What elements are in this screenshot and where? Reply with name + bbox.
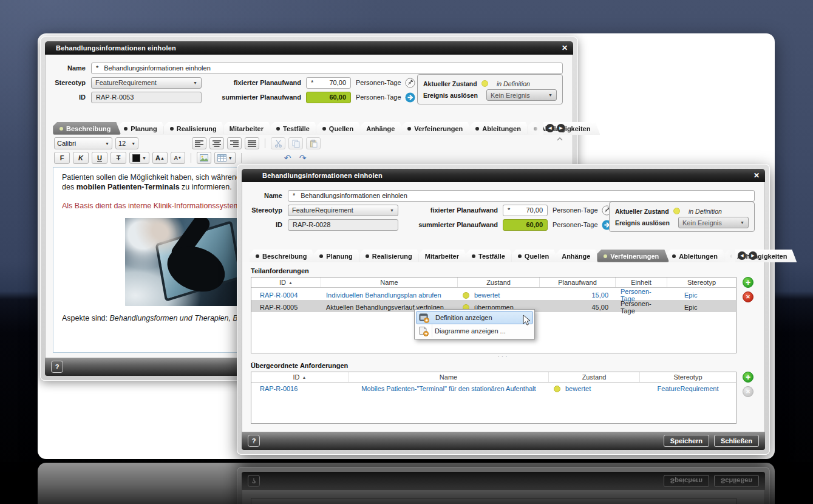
- tab-mitarbeiter[interactable]: Mitarbeiter: [419, 250, 469, 262]
- tab-verfeinerungen[interactable]: Verfeinerungen: [597, 250, 669, 262]
- tabs-scroll-left-icon[interactable]: ◀: [546, 124, 554, 132]
- speichern-button[interactable]: Speichern: [664, 435, 709, 447]
- col-header-stereotyp[interactable]: Stereotyp: [667, 278, 736, 287]
- tab-beschreibung[interactable]: Beschreibung: [250, 250, 316, 262]
- tab-verfeinerungen[interactable]: Verfeinerungen: [401, 122, 472, 135]
- tab-mitarbeiter[interactable]: Mitarbeiter: [223, 122, 273, 135]
- bold-button[interactable]: F: [54, 152, 70, 164]
- tab-anhaenge[interactable]: Anhänge: [556, 250, 600, 262]
- splitter-handle[interactable]: ···: [251, 353, 756, 361]
- decrease-font-button[interactable]: A▼: [171, 152, 185, 164]
- stereotyp-select[interactable]: FeatureRequirement ▼: [91, 77, 202, 89]
- navigate-arrow-icon[interactable]: [405, 92, 415, 103]
- add-teilanforderung-button[interactable]: +: [743, 277, 753, 288]
- col-header-name[interactable]: Name: [321, 278, 458, 287]
- content-dot: [518, 254, 522, 258]
- required-star: *: [96, 64, 98, 72]
- zustand-value: in Definition: [497, 80, 530, 87]
- tabs-scroll-right-icon[interactable]: ▶: [557, 124, 565, 132]
- content-dot: [407, 127, 411, 131]
- copy-icon[interactable]: [288, 137, 303, 149]
- underline-button[interactable]: U: [92, 152, 107, 164]
- align-right-icon[interactable]: [227, 137, 242, 149]
- name-input[interactable]: * Behandlungsinformationen einholen: [91, 63, 563, 74]
- table-header-row[interactable]: ID▲ Name Zustand Stereotyp: [251, 372, 736, 383]
- remove-teilanforderung-button[interactable]: ✕: [743, 291, 753, 302]
- stereotyp-label: Stereotyp: [243, 206, 282, 214]
- content-dot: [322, 127, 326, 131]
- content-dot: [366, 254, 369, 258]
- tab-planung[interactable]: Planung: [313, 250, 362, 262]
- close-icon[interactable]: ✕: [562, 44, 568, 52]
- tabs-scroll-left-icon[interactable]: ◀: [738, 251, 746, 260]
- id-label: ID: [243, 221, 282, 228]
- col-header-name[interactable]: Name: [349, 372, 549, 382]
- help-button[interactable]: ?: [248, 435, 260, 447]
- font-size-select[interactable]: 12▼: [115, 137, 138, 149]
- ereignis-select[interactable]: Kein Ereignis ▼: [678, 217, 749, 228]
- menu-item-definition-anzeigen[interactable]: Definition anzeigen: [416, 311, 533, 324]
- tab-realisierung[interactable]: Realisierung: [359, 250, 422, 262]
- tab-planung[interactable]: Planung: [118, 122, 166, 135]
- col-header-id[interactable]: ID▲: [251, 372, 349, 382]
- font-family-select[interactable]: Calibri▼: [54, 137, 112, 149]
- justify-icon[interactable]: [245, 137, 259, 149]
- tabs-scroll-right-icon[interactable]: ▶: [749, 251, 757, 260]
- content-dot: [124, 127, 128, 131]
- tab-beschreibung[interactable]: Beschreibung: [53, 122, 121, 135]
- uebergeordnete-table[interactable]: ID▲ Name Zustand Stereotyp RAP-R-0016 Mo…: [251, 372, 736, 424]
- status-dot-yellow: [554, 386, 560, 392]
- sort-asc-icon: ▲: [302, 375, 307, 380]
- stereotyp-select[interactable]: FeatureRequirement ▼: [288, 205, 398, 216]
- col-header-zustand[interactable]: Zustand: [458, 278, 540, 287]
- fixierter-input[interactable]: * 70,00: [306, 77, 351, 89]
- font-color-button[interactable]: ▼: [129, 152, 149, 164]
- undo-icon[interactable]: ↶: [284, 153, 296, 163]
- remove-uebergeordnete-button-disabled: ✕: [743, 386, 753, 397]
- tab-testfaelle[interactable]: Testfälle: [270, 122, 319, 135]
- titlebar[interactable]: Behandlungsinformationen einholen ✕: [242, 169, 765, 182]
- cut-icon[interactable]: [271, 137, 285, 149]
- italic-button[interactable]: K: [73, 152, 89, 164]
- table-header-row[interactable]: ID▲ Name Zustand Planaufwand Einheit Ste…: [251, 278, 736, 288]
- schliessen-button[interactable]: Schließen: [714, 435, 759, 447]
- tab-quellen[interactable]: Quellen: [512, 250, 559, 262]
- strikethrough-button[interactable]: T: [111, 152, 126, 164]
- insert-image-icon[interactable]: [197, 152, 211, 164]
- table-row[interactable]: RAP-R-0004 Individuellen Behandlungsplan…: [251, 288, 736, 300]
- titlebar[interactable]: Behandlungsinformationen einholen ✕: [45, 41, 573, 55]
- col-header-zustand[interactable]: Zustand: [549, 372, 640, 382]
- window-title: Behandlungsinformationen einholen: [56, 44, 562, 52]
- close-icon[interactable]: ✕: [753, 172, 760, 179]
- name-input[interactable]: * Behandlungsinformationen einholen: [288, 190, 755, 202]
- menu-item-diagramme-anzeigen[interactable]: Diagramme anzeigen ...: [416, 324, 533, 338]
- help-button[interactable]: ?: [51, 361, 63, 373]
- tab-quellen[interactable]: Quellen: [316, 122, 363, 135]
- col-header-einheit[interactable]: Einheit: [616, 278, 667, 287]
- add-uebergeordnete-button[interactable]: +: [743, 372, 753, 383]
- table-row[interactable]: RAP-R-0016 Mobiles Patienten-"Terminal" …: [251, 383, 736, 395]
- paste-icon[interactable]: [306, 137, 321, 149]
- tab-ableitungen[interactable]: Ableitungen: [469, 122, 531, 135]
- align-center-icon[interactable]: [209, 137, 224, 149]
- col-header-id[interactable]: ID▲: [251, 278, 321, 287]
- collapse-toolbar-icon[interactable]: [557, 137, 563, 141]
- redo-icon[interactable]: ↷: [299, 153, 311, 163]
- fixierter-input[interactable]: * 70,00: [503, 205, 548, 216]
- unit-label: Personen-Tage: [356, 94, 401, 101]
- ereignis-select[interactable]: Kein Ereignis ▼: [486, 89, 557, 101]
- id-label: ID: [47, 94, 86, 101]
- tab-testfaelle[interactable]: Testfälle: [466, 250, 515, 262]
- tab-realisierung[interactable]: Realisierung: [164, 122, 226, 135]
- col-header-planaufwand[interactable]: Planaufwand: [540, 278, 616, 287]
- increase-font-button[interactable]: A▲: [152, 152, 168, 164]
- align-left-icon[interactable]: [192, 137, 206, 149]
- requirement-header-form: Name * Behandlungsinformationen einholen…: [243, 188, 758, 247]
- col-header-stereotyp[interactable]: Stereotyp: [640, 372, 736, 382]
- chevron-down-icon: ▼: [105, 141, 109, 146]
- reflection-fade: [0, 462, 813, 504]
- zustand-label: Aktueller Zustand: [423, 80, 481, 87]
- pin-icon[interactable]: [405, 78, 415, 88]
- insert-table-icon[interactable]: ▼: [214, 152, 236, 164]
- tab-anhaenge[interactable]: Anhänge: [360, 122, 404, 135]
